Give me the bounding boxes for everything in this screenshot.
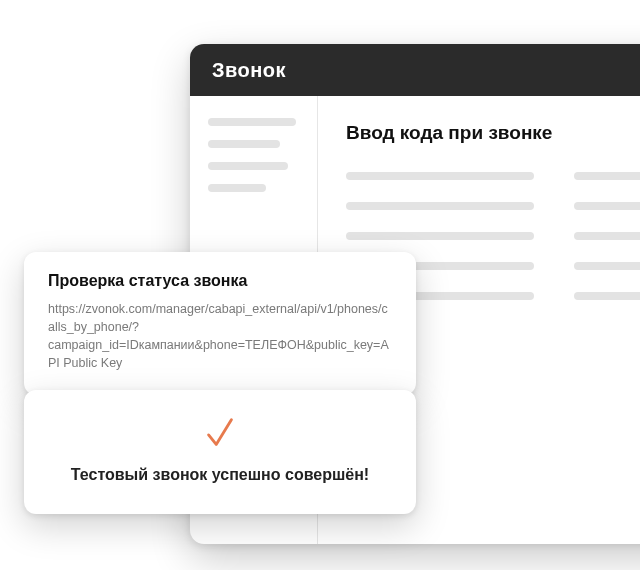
titlebar: Звонок — [190, 44, 640, 96]
placeholder-row — [346, 172, 640, 180]
placeholder-cell — [574, 262, 640, 270]
success-card: Тестовый звонок успешно совершён! — [24, 390, 416, 514]
placeholder-cell — [346, 232, 534, 240]
brand-logo: Звонок — [212, 59, 286, 82]
placeholder-cell — [346, 172, 534, 180]
placeholder-cell — [574, 202, 640, 210]
sidebar-item[interactable] — [208, 162, 288, 170]
placeholder-cell — [574, 172, 640, 180]
placeholder-row — [346, 202, 640, 210]
placeholder-cell — [574, 232, 640, 240]
status-check-card: Проверка статуса звонка https://zvonok.c… — [24, 252, 416, 395]
placeholder-cell — [346, 202, 534, 210]
placeholder-cell — [574, 292, 640, 300]
sidebar-item[interactable] — [208, 140, 280, 148]
placeholder-row — [346, 232, 640, 240]
page-title: Ввод кода при звонке — [346, 122, 640, 144]
status-check-title: Проверка статуса звонка — [48, 272, 392, 290]
sidebar-item[interactable] — [208, 184, 266, 192]
sidebar-item[interactable] — [208, 118, 296, 126]
success-message: Тестовый звонок успешно совершён! — [71, 466, 369, 484]
check-icon — [201, 414, 239, 452]
status-check-url[interactable]: https://zvonok.com/manager/cabapi_extern… — [48, 300, 392, 373]
